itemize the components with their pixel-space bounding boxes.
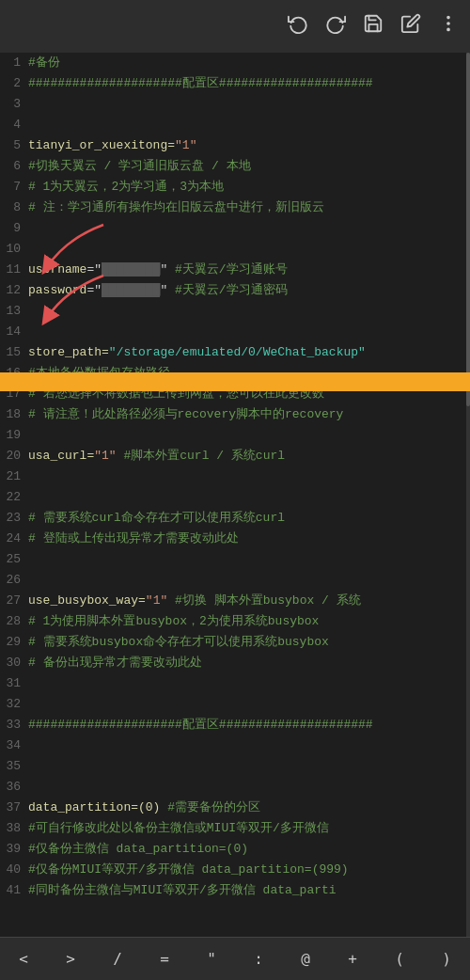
key-close-paren[interactable]: ): [434, 946, 459, 972]
line-number-22: 22: [0, 487, 28, 508]
redo-icon[interactable]: [325, 13, 346, 40]
key-open-paren[interactable]: (: [387, 946, 412, 972]
line-text-12: password="████████" #天翼云/学习通密码: [28, 280, 470, 301]
code-line-41: 41#同时备份主微信与MIUI等双开/多开微信 data_parti: [0, 880, 470, 901]
key-colon[interactable]: :: [246, 946, 271, 972]
toolbar-actions: [288, 13, 459, 40]
line-text-28: # 1为使用脚本外置busybox，2为使用系统busybox: [28, 611, 470, 632]
line-number-35: 35: [0, 756, 28, 777]
code-line-31: 31: [0, 673, 470, 694]
scrollbar-thumb[interactable]: [466, 53, 470, 406]
key-less-than[interactable]: <: [11, 946, 36, 972]
svg-point-2: [447, 29, 449, 31]
save-icon[interactable]: [363, 13, 384, 40]
code-line-2: 2#####################配置区###############…: [0, 73, 470, 94]
line-number-30: 30: [0, 653, 28, 673]
line-text-6: #切换天翼云 / 学习通旧版云盘 / 本地: [28, 156, 470, 177]
line-text-40: #仅备份MIUI等双开/多开微信 data_partition=(999): [28, 860, 470, 880]
code-line-30: 30# 备份出现异常才需要改动此处: [0, 653, 470, 673]
line-text-8: # 注：学习通所有操作均在旧版云盘中进行，新旧版云: [28, 198, 470, 218]
line-text-15: store_path="/storage/emulated/0/WeChat_b…: [28, 342, 470, 363]
line-number-13: 13: [0, 301, 28, 322]
code-lines: 1#备份2#####################配置区###########…: [0, 53, 470, 937]
overlay-banner: [0, 372, 470, 391]
code-line-13: 13: [0, 301, 470, 322]
top-bar: [0, 0, 470, 53]
line-text-11: username="████████" #天翼云/学习通账号: [28, 260, 470, 280]
code-line-35: 35: [0, 756, 470, 777]
key-plus[interactable]: +: [340, 946, 365, 972]
key-at[interactable]: @: [293, 946, 318, 972]
code-line-8: 8# 注：学习通所有操作均在旧版云盘中进行，新旧版云: [0, 198, 470, 218]
line-text-5: tianyi_or_xuexitong="1": [28, 135, 470, 156]
line-number-12: 12: [0, 280, 28, 301]
key-quote[interactable]: ": [199, 946, 224, 972]
line-text-20: usa_curl="1" #脚本外置curl / 系统curl: [28, 446, 470, 466]
code-line-36: 36: [0, 777, 470, 798]
undo-icon[interactable]: [288, 13, 308, 40]
line-number-26: 26: [0, 570, 28, 591]
code-line-15: 15store_path="/storage/emulated/0/WeChat…: [0, 342, 470, 363]
code-line-12: 12password="████████" #天翼云/学习通密码: [0, 280, 470, 301]
line-number-5: 5: [0, 135, 28, 156]
line-number-34: 34: [0, 735, 28, 756]
key-equals[interactable]: =: [152, 946, 177, 972]
code-line-26: 26: [0, 570, 470, 591]
code-line-34: 34: [0, 735, 470, 756]
line-number-25: 25: [0, 549, 28, 570]
code-line-40: 40#仅备份MIUI等双开/多开微信 data_partition=(999): [0, 860, 470, 880]
code-line-19: 19: [0, 425, 470, 446]
code-line-23: 23# 需要系统curl命令存在才可以使用系统curl: [0, 508, 470, 529]
line-number-11: 11: [0, 260, 28, 280]
code-line-20: 20usa_curl="1" #脚本外置curl / 系统curl: [0, 446, 470, 466]
line-text-33: #####################配置区################…: [28, 715, 470, 735]
line-number-20: 20: [0, 446, 28, 466]
line-number-21: 21: [0, 466, 28, 487]
line-number-24: 24: [0, 529, 28, 549]
code-line-22: 22: [0, 487, 470, 508]
line-number-14: 14: [0, 322, 28, 342]
code-line-3: 3: [0, 94, 470, 115]
line-text-2: #####################配置区################…: [28, 73, 470, 94]
line-number-10: 10: [0, 239, 28, 260]
keyboard-bar: < > / = " : @ + ( ): [0, 937, 470, 980]
line-number-8: 8: [0, 198, 28, 218]
svg-point-0: [447, 17, 449, 19]
edit-icon[interactable]: [400, 13, 421, 40]
line-text-24: # 登陆或上传出现异常才需要改动此处: [28, 529, 470, 549]
code-line-1: 1#备份: [0, 53, 470, 73]
line-number-9: 9: [0, 218, 28, 239]
more-icon[interactable]: [438, 13, 459, 40]
line-text-29: # 需要系统busybox命令存在才可以使用系统busybox: [28, 632, 470, 653]
line-text-37: data_partition=(0) #需要备份的分区: [28, 798, 470, 818]
code-line-21: 21: [0, 466, 470, 487]
code-line-27: 27use_busybox_way="1" #切换 脚本外置busybox / …: [0, 591, 470, 611]
code-line-14: 14: [0, 322, 470, 342]
code-editor[interactable]: 1#备份2#####################配置区###########…: [0, 53, 470, 937]
code-line-4: 4: [0, 115, 470, 135]
key-greater-than[interactable]: >: [58, 946, 83, 972]
line-number-38: 38: [0, 818, 28, 839]
line-text-27: use_busybox_way="1" #切换 脚本外置busybox / 系统: [28, 591, 470, 611]
code-line-11: 11username="████████" #天翼云/学习通账号: [0, 260, 470, 280]
line-number-6: 6: [0, 156, 28, 177]
code-line-10: 10: [0, 239, 470, 260]
code-line-9: 9: [0, 218, 470, 239]
code-line-29: 29# 需要系统busybox命令存在才可以使用系统busybox: [0, 632, 470, 653]
code-line-5: 5tianyi_or_xuexitong="1": [0, 135, 470, 156]
line-number-41: 41: [0, 880, 28, 901]
code-line-32: 32: [0, 694, 470, 715]
line-number-19: 19: [0, 425, 28, 446]
key-slash[interactable]: /: [105, 946, 130, 972]
code-line-6: 6#切换天翼云 / 学习通旧版云盘 / 本地: [0, 156, 470, 177]
line-number-33: 33: [0, 715, 28, 735]
line-text-39: #仅备份主微信 data_partition=(0): [28, 839, 470, 860]
code-line-33: 33#####################配置区##############…: [0, 715, 470, 735]
code-line-25: 25: [0, 549, 470, 570]
line-number-4: 4: [0, 115, 28, 135]
line-number-36: 36: [0, 777, 28, 798]
scrollbar-track[interactable]: [466, 53, 470, 937]
line-number-2: 2: [0, 73, 28, 94]
line-number-31: 31: [0, 673, 28, 694]
code-line-18: 18# 请注意！此处路径必须与recovery脚本中的recovery: [0, 404, 470, 425]
